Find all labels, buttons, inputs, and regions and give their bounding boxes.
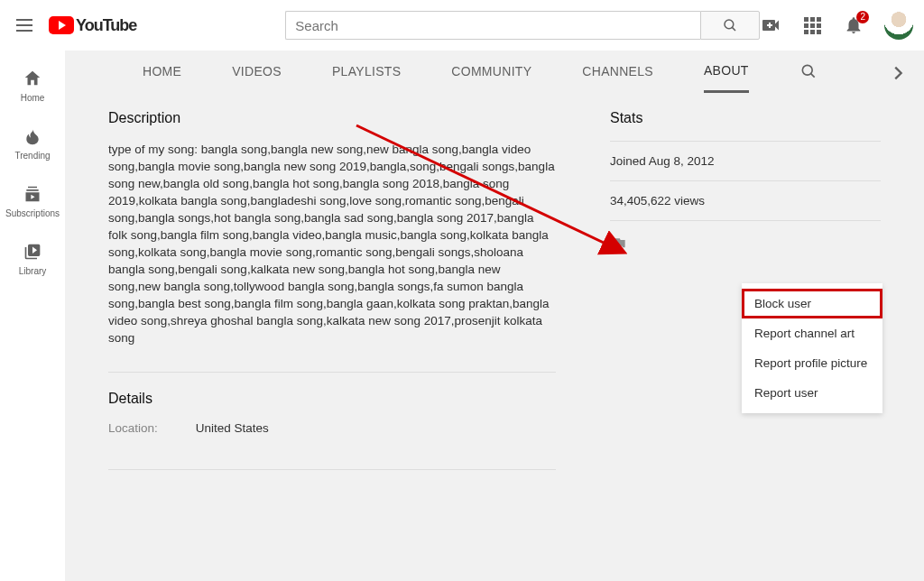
library-icon	[23, 241, 42, 263]
tab-videos[interactable]: VIDEOS	[232, 51, 282, 92]
flag-button[interactable]	[610, 235, 881, 254]
flag-icon	[610, 235, 628, 254]
apps-grid-icon	[804, 17, 821, 34]
account-avatar[interactable]	[884, 11, 913, 40]
menu-button[interactable]	[14, 14, 34, 36]
tabs-scroll-right[interactable]	[888, 63, 908, 83]
stats-views: 34,405,622 views	[610, 181, 881, 221]
divider	[108, 469, 556, 470]
sidebar-item-library[interactable]: Library	[0, 229, 65, 287]
divider	[108, 372, 556, 373]
notifications-button[interactable]: 2	[843, 14, 864, 36]
sidebar-item-label: Subscriptions	[5, 208, 60, 218]
menu-item-report-profile-picture[interactable]: Report profile picture	[742, 348, 882, 378]
location-value: United States	[196, 421, 269, 435]
sidebar-item-home[interactable]: Home	[0, 56, 65, 114]
search-icon	[799, 62, 818, 80]
search-icon	[722, 17, 738, 33]
details-heading: Details	[108, 391, 556, 407]
sidebar-item-trending[interactable]: Trending	[0, 114, 65, 171]
subscriptions-icon	[23, 183, 42, 205]
menu-item-report-user[interactable]: Report user	[742, 378, 882, 408]
tab-about[interactable]: ABOUT	[704, 51, 749, 93]
search-input[interactable]	[285, 11, 700, 40]
tab-playlists[interactable]: PLAYLISTS	[332, 51, 401, 92]
trending-icon	[23, 125, 42, 147]
create-video-button[interactable]	[760, 14, 781, 36]
stats-heading: Stats	[610, 110, 881, 126]
home-icon	[23, 68, 42, 89]
tab-channels[interactable]: CHANNELS	[582, 51, 653, 92]
youtube-logo[interactable]: YouTube	[49, 16, 136, 35]
channel-search-button[interactable]	[799, 62, 818, 80]
svg-point-0	[725, 20, 734, 29]
svg-line-3	[810, 74, 814, 78]
stats-joined: Joined Aug 8, 2012	[610, 141, 881, 181]
apps-button[interactable]	[801, 14, 823, 36]
description-heading: Description	[108, 110, 556, 126]
svg-point-2	[802, 65, 812, 75]
menu-item-report-channel-art[interactable]: Report channel art	[742, 318, 882, 348]
location-label: Location:	[108, 421, 158, 435]
chevron-right-icon	[888, 63, 908, 83]
notifications-badge: 2	[856, 11, 869, 23]
channel-description: type of my song: bangla song,bangla new …	[108, 141, 556, 346]
menu-item-block-user[interactable]: Block user	[742, 289, 882, 318]
video-plus-icon	[760, 14, 781, 36]
youtube-logo-text: YouTube	[76, 16, 136, 35]
tab-home[interactable]: HOME	[143, 51, 181, 92]
flag-menu: Block user Report channel art Report pro…	[742, 283, 882, 413]
tab-community[interactable]: COMMUNITY	[451, 51, 531, 92]
sidebar-item-label: Trending	[14, 151, 50, 161]
svg-line-1	[733, 27, 736, 31]
sidebar-item-label: Library	[19, 266, 47, 276]
sidebar-item-subscriptions[interactable]: Subscriptions	[0, 171, 65, 229]
youtube-play-icon	[49, 16, 74, 34]
sidebar-item-label: Home	[21, 93, 45, 103]
search-button[interactable]	[700, 11, 760, 40]
